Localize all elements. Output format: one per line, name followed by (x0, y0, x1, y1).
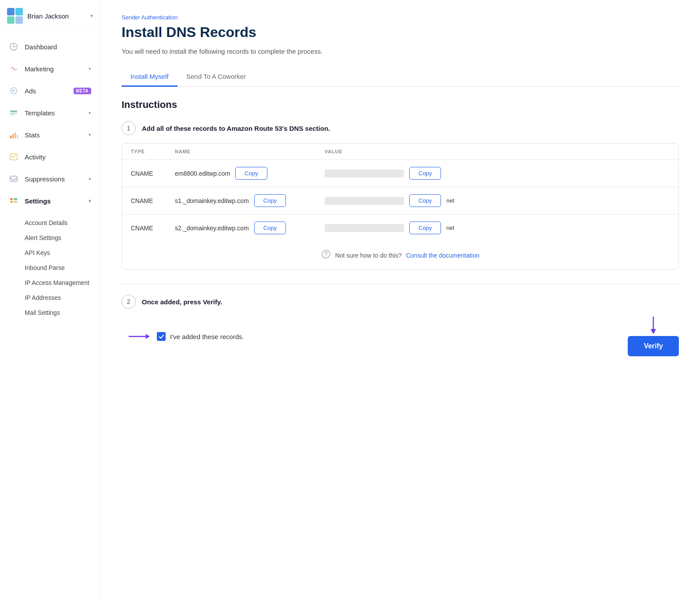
suppressions-icon (9, 174, 19, 184)
beta-badge: BETA (74, 88, 91, 94)
chevron-down-icon: ▾ (89, 132, 91, 138)
dashboard-icon (9, 42, 19, 52)
svg-rect-16 (10, 198, 13, 200)
marketing-icon (9, 64, 19, 74)
svg-rect-3 (15, 16, 23, 24)
sidebar-item-settings[interactable]: Settings ▾ (0, 190, 100, 212)
help-link[interactable]: Consult the documentation (406, 252, 480, 259)
row-2-name: s1._domainkey.editwp.com Copy (166, 187, 316, 214)
svg-point-21 (326, 255, 326, 256)
table-row: CNAME em8800.editwp.com Copy Copy (122, 160, 678, 187)
sidebar-item-stats[interactable]: Stats ▾ (0, 124, 100, 146)
copy-name-1-button[interactable]: Copy (235, 167, 267, 180)
row-2-type: CNAME (122, 187, 166, 214)
settings-sub-menu: Account Details Alert Settings API Keys … (0, 215, 100, 324)
sidebar-item-templates[interactable]: Templates ▾ (0, 102, 100, 124)
checkbox-area: I've added these records. (157, 332, 244, 341)
row-1-type: CNAME (122, 160, 166, 187)
sub-item-ip-access-management[interactable]: IP Access Management (0, 275, 100, 290)
sidebar-item-label: Templates (25, 109, 82, 117)
table-row: CNAME s1._domainkey.editwp.com Copy Copy (122, 187, 678, 214)
row-2-value: Copy net (316, 187, 678, 214)
step-2-header: 2 Once added, press Verify. (122, 295, 679, 309)
row-3-value-suffix: net (446, 225, 454, 231)
chevron-down-icon: ▾ (89, 110, 91, 116)
svg-rect-17 (10, 201, 13, 203)
checkbox-label: I've added these records. (170, 333, 244, 340)
arrow-right-icon (129, 332, 150, 341)
settings-icon (9, 196, 19, 206)
copy-value-1-button[interactable]: Copy (409, 167, 441, 180)
sidebar-item-activity[interactable]: Activity (0, 146, 100, 168)
row-3-value: Copy net (316, 214, 678, 242)
row-1-value: Copy (316, 160, 678, 187)
copy-name-2-button[interactable]: Copy (254, 194, 286, 207)
user-chevron-icon: ▾ (90, 13, 93, 19)
row-1-value-blur (325, 170, 404, 177)
svg-rect-13 (17, 135, 18, 138)
sidebar-item-suppressions[interactable]: Suppressions ▾ (0, 168, 100, 190)
svg-rect-0 (7, 8, 15, 15)
row-3-type: CNAME (122, 214, 166, 242)
row-2-value-blur (325, 197, 404, 205)
help-icon (321, 249, 331, 261)
step-1-number: 1 (122, 121, 136, 135)
sub-item-ip-addresses[interactable]: IP Addresses (0, 290, 100, 305)
sidebar-item-label: Settings (25, 197, 82, 205)
tab-bar: Install Myself Send To A Coworker (122, 67, 679, 87)
sidebar-item-dashboard[interactable]: Dashboard (0, 36, 100, 58)
sidebar-item-marketing[interactable]: Marketing ▾ (0, 58, 100, 80)
row-2-name-value: s1._domainkey.editwp.com (175, 197, 249, 204)
step-1-text: Add all of these records to Amazon Route… (142, 125, 330, 132)
chevron-down-icon: ▾ (89, 176, 91, 182)
sidebar-item-ads[interactable]: Ads BETA (0, 80, 100, 102)
row-3-name: s2._domainkey.editwp.com Copy (166, 214, 316, 242)
sub-item-mail-settings[interactable]: Mail Settings (0, 305, 100, 320)
sub-item-account-details[interactable]: Account Details (0, 215, 100, 230)
table-row: CNAME s2._domainkey.editwp.com Copy Copy (122, 214, 678, 242)
sub-item-inbound-parse[interactable]: Inbound Parse (0, 260, 100, 275)
step-1-header: 1 Add all of these records to Amazon Rou… (122, 121, 679, 135)
sidebar-nav: Dashboard Marketing ▾ Ads BETA Templates… (0, 32, 100, 215)
svg-point-5 (13, 68, 15, 70)
col-header-name: NAME (166, 144, 316, 160)
page-title: Install DNS Records (122, 24, 679, 41)
row-3-name-value: s2._domainkey.editwp.com (175, 225, 249, 232)
copy-value-3-button[interactable]: Copy (409, 222, 441, 234)
sidebar-item-label: Stats (25, 131, 82, 139)
tab-install-myself[interactable]: Install Myself (122, 67, 178, 87)
activity-icon (9, 152, 19, 162)
chevron-down-icon: ▾ (89, 66, 91, 72)
row-2-value-suffix: net (446, 197, 454, 204)
sidebar: Brian Jackson ▾ Dashboard Marketing ▾ Ad… (0, 0, 100, 602)
svg-rect-8 (10, 113, 17, 114)
main-content: Sender Authentication Install DNS Record… (100, 0, 700, 602)
stats-icon (9, 130, 19, 140)
dns-table: TYPE NAME VALUE CNAME em8800.editwp.com … (122, 144, 678, 241)
checkbox-checked[interactable] (157, 332, 166, 341)
copy-value-2-button[interactable]: Copy (409, 194, 441, 207)
step-2-number: 2 (122, 295, 136, 309)
app-logo (7, 8, 23, 24)
user-menu[interactable]: Brian Jackson ▾ (0, 0, 100, 32)
instructions-title: Instructions (122, 99, 679, 111)
svg-marker-23 (146, 334, 150, 339)
svg-rect-19 (14, 201, 17, 203)
svg-rect-1 (15, 8, 23, 15)
sidebar-item-label: Activity (25, 153, 91, 161)
breadcrumb: Sender Authentication (122, 14, 679, 21)
copy-name-3-button[interactable]: Copy (254, 222, 286, 234)
section-divider (122, 284, 679, 284)
sidebar-item-label: Ads (25, 87, 67, 95)
svg-rect-9 (10, 114, 15, 115)
svg-marker-25 (651, 329, 656, 334)
sub-item-alert-settings[interactable]: Alert Settings (0, 230, 100, 245)
svg-rect-10 (10, 136, 11, 138)
tab-send-to-coworker[interactable]: Send To A Coworker (178, 67, 255, 87)
verify-button[interactable]: Verify (628, 336, 679, 356)
col-header-type: TYPE (122, 144, 166, 160)
page-subtitle: You will need to install the following r… (122, 48, 679, 55)
svg-rect-18 (14, 198, 17, 200)
help-text: Not sure how to do this? (335, 252, 402, 259)
sub-item-api-keys[interactable]: API Keys (0, 245, 100, 260)
